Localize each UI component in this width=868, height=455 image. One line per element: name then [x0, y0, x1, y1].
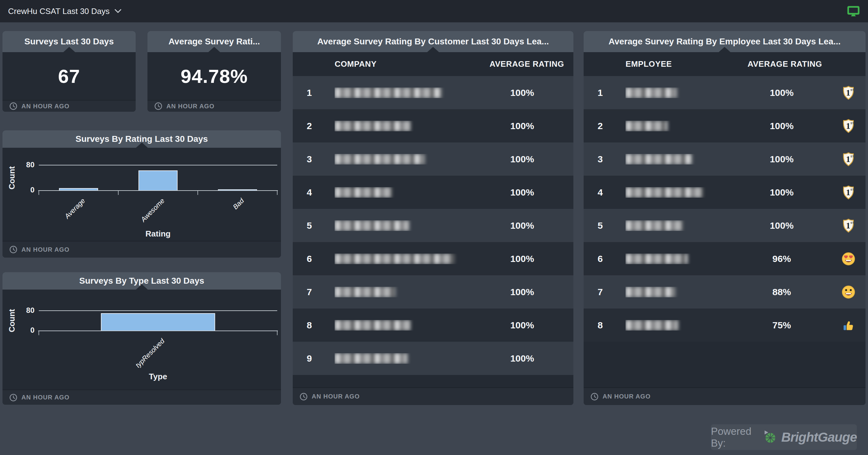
table-rows: 1100%2100%3100%4100%5100%696%788%875% — [584, 76, 866, 342]
y-tick-label: 80 — [19, 306, 34, 315]
bar-chart: Count080typResolvedType — [2, 290, 281, 390]
leaderboard-row: 5100% — [584, 209, 866, 242]
powered-by-label: Powered By: — [711, 425, 758, 449]
gauge-value: 94.78% — [181, 65, 248, 87]
panel-title: Average Survey Rati... — [168, 37, 260, 46]
smiley-grin-icon — [841, 285, 856, 299]
badge-1st-place-icon — [841, 218, 856, 233]
gauge-surveys-last-30-days: Surveys Last 30 Days 67 AN HOUR AGO — [2, 31, 136, 112]
y-axis-title: Count — [7, 166, 17, 189]
row-rank: 6 — [584, 254, 625, 264]
category-label: Bad — [231, 197, 246, 211]
top-bar: CrewHu CSAT Last 30 Days — [0, 0, 868, 22]
leaderboard-row: 4100% — [584, 176, 866, 209]
x-axis-title: Type — [149, 372, 167, 382]
gauge-average-survey-rating: Average Survey Rati... 94.78% AN HOUR AG… — [148, 31, 281, 112]
leaderboard-by-employee: Average Survey Rating By Employee Last 3… — [584, 31, 866, 405]
clock-icon — [9, 394, 18, 401]
leaderboard-row: 9100% — [293, 342, 574, 375]
y-axis-title: Count — [7, 309, 17, 332]
monitor-icon — [847, 6, 860, 17]
table-column-header: EMPLOYEE AVERAGE RATING — [584, 52, 866, 76]
leaderboard-row: 2100% — [584, 109, 866, 142]
redacted-name — [625, 287, 675, 297]
axis-tick — [277, 191, 278, 195]
row-rank: 6 — [293, 254, 335, 264]
row-rating: 100% — [471, 88, 574, 98]
redacted-name — [335, 121, 411, 131]
row-rating: 100% — [471, 121, 574, 131]
row-rank: 8 — [293, 320, 335, 330]
chart-surveys-by-rating: Surveys By Rating Last 30 Days Count080A… — [2, 130, 281, 258]
table-column-header: COMPANY AVERAGE RATING — [293, 52, 574, 76]
x-axis-title: Rating — [146, 229, 171, 239]
row-rating: 100% — [471, 287, 574, 297]
row-rank: 3 — [293, 154, 335, 164]
redacted-name — [625, 254, 688, 264]
panel-header: Surveys By Type Last 30 Days — [2, 272, 281, 290]
clock-icon — [9, 246, 18, 254]
row-rank: 3 — [584, 154, 625, 164]
clock-icon — [300, 393, 308, 401]
clock-icon — [154, 102, 162, 110]
row-rank: 7 — [293, 287, 335, 297]
leaderboard-row: 3100% — [293, 142, 574, 176]
panel-footer: AN HOUR AGO — [2, 100, 136, 112]
row-rank: 1 — [584, 88, 625, 98]
leaderboard-row: 7100% — [293, 275, 574, 308]
row-rank: 2 — [584, 121, 625, 131]
thumbs-up-icon — [841, 318, 856, 333]
y-tick-label: 80 — [19, 160, 34, 169]
header-notch — [136, 284, 148, 290]
row-rating: 100% — [732, 187, 831, 198]
clock-icon — [590, 393, 598, 401]
row-rating: 96% — [732, 254, 831, 264]
row-rating: 100% — [471, 220, 574, 231]
leaderboard-row: 3100% — [584, 142, 866, 176]
tv-mode-button[interactable] — [847, 6, 860, 17]
clock-icon — [9, 102, 18, 110]
header-notch — [136, 142, 148, 148]
gauge-value: 67 — [58, 65, 80, 87]
smiley-heart-eyes-icon — [841, 251, 856, 266]
bar-bad — [218, 189, 257, 190]
dashboard-switcher[interactable]: CrewHu CSAT Last 30 Days — [8, 6, 121, 16]
leaderboard-row: 4100% — [293, 176, 574, 209]
panel-title: Surveys Last 30 Days — [25, 37, 114, 46]
gridline-80 — [39, 311, 277, 311]
gridline-80 — [39, 165, 277, 165]
x-axis-line — [38, 190, 278, 191]
row-rating: 100% — [732, 154, 831, 164]
header-notch — [63, 47, 75, 52]
redacted-name — [625, 121, 668, 131]
header-notch — [208, 47, 220, 52]
x-axis-line — [38, 330, 278, 331]
panel-footer: AN HOUR AGO — [293, 387, 574, 405]
panel-footer: AN HOUR AGO — [584, 387, 866, 405]
redacted-name — [335, 353, 408, 364]
row-rating: 100% — [732, 220, 831, 231]
leaderboard-row: 875% — [584, 308, 866, 342]
row-rank: 4 — [584, 187, 625, 198]
leaderboard-row: 5100% — [293, 209, 574, 242]
panel-footer: AN HOUR AGO — [2, 241, 281, 258]
brightgauge-logo-icon — [763, 429, 777, 446]
leaderboard-row: 696% — [584, 242, 866, 275]
panel-footer: AN HOUR AGO — [2, 390, 281, 405]
panel-footer: AN HOUR AGO — [148, 100, 281, 112]
powered-by-badge[interactable]: Powered By: BrightGauge — [711, 424, 857, 450]
leaderboard-row: 1100% — [584, 76, 866, 109]
leaderboard-row: 8100% — [293, 308, 574, 342]
bar-average — [59, 188, 98, 190]
panel-header: Average Survey Rating By Customer Last 3… — [293, 31, 574, 52]
row-rating: 100% — [471, 320, 574, 330]
redacted-name — [625, 320, 678, 330]
bar-typresolved — [101, 313, 215, 330]
axis-tick — [38, 331, 39, 335]
gauge-body: 94.78% — [148, 52, 281, 100]
row-rank: 8 — [584, 320, 625, 330]
category-label: Average — [63, 197, 87, 220]
y-tick-label: 0 — [19, 326, 34, 334]
row-rank: 4 — [293, 187, 335, 198]
table-rows: 1100%2100%3100%4100%5100%6100%7100%8100%… — [293, 76, 574, 375]
